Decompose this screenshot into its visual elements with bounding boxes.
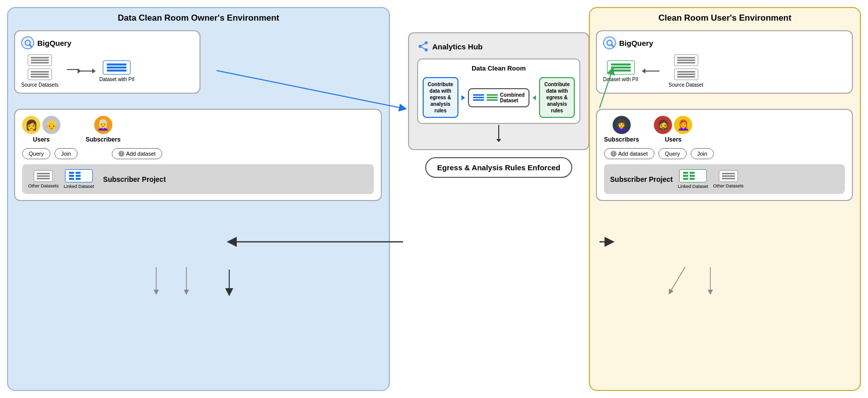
user-users-label: Users <box>665 136 682 143</box>
avatar-user4: 👩‍🦰 <box>674 116 692 134</box>
owner-env-title: Data Clean Room Owner's Environment <box>8 13 389 23</box>
owner-users-label: Users <box>33 136 49 143</box>
owner-users-group: 👩 👴 Users <box>22 116 60 143</box>
svg-line-9 <box>420 46 426 50</box>
owner-subscribers-group: 👩‍🦳 Subscribers <box>86 116 120 143</box>
owner-subscribers-label: Subscribers <box>86 136 120 143</box>
user-subscriber-project: Subscriber Project <box>604 164 845 194</box>
owner-bq-title: BigQuery <box>37 39 72 47</box>
user-pii-dataset: Dataset with PII <box>603 60 638 82</box>
avatar-user3: 🧔 <box>654 116 672 134</box>
user-bq-box: BigQuery Dataset with PII <box>596 30 853 94</box>
user-add-dataset-icon <box>611 151 617 157</box>
combined-dataset-box: Combined Dataset <box>468 88 530 107</box>
subscriber-project-label: Subscriber Project <box>103 175 166 183</box>
owner-pii-label: Dataset with PII <box>99 77 135 82</box>
user-add-dataset-btn[interactable]: Add dataset <box>604 148 654 159</box>
analytics-hub-section: Analytics Hub Data Clean Room Contribute… <box>398 7 599 391</box>
avatar-subscriber1: 👩‍🦳 <box>94 116 112 134</box>
user-lower-box: 👩‍🦱 Subscribers 🧔 👩‍🦰 Users <box>596 109 853 201</box>
user-environment: Clean Room User's Environment BigQuery <box>589 7 861 391</box>
egress-banner: Egress & Analysis Rules Enforced <box>425 157 573 178</box>
user-bq-title: BigQuery <box>619 39 653 47</box>
owner-subscriber-project: Other Datasets <box>22 164 374 194</box>
analytics-hub-box: Analytics Hub Data Clean Room Contribute… <box>408 32 589 150</box>
hub-down-arrow <box>417 125 580 142</box>
user-subscribers-group: 👩‍🦱 Subscribers <box>604 116 639 143</box>
owner-source-datasets: Source Datasets <box>21 54 58 88</box>
owner-source-label: Source Datasets <box>21 82 58 88</box>
owner-add-dataset-btn[interactable]: Add dataset <box>112 148 162 159</box>
user-linked-dataset-label: Linked Dataset <box>678 184 708 189</box>
avatar-subscriber2: 👩‍🦱 <box>613 116 631 134</box>
user-bq-icon <box>603 36 616 49</box>
user-source-label: Source Dataset <box>669 82 703 88</box>
svg-line-8 <box>420 43 426 46</box>
user-env-title: Clean Room User's Environment <box>590 13 860 23</box>
dcr-inner-flow: Contribute data with egress & analysis r… <box>424 77 573 118</box>
linked-dataset-label: Linked Dataset <box>64 184 94 189</box>
owner-bq-icon <box>21 36 34 49</box>
user-users-group: 🧔 👩‍🦰 Users <box>654 116 692 143</box>
owner-query-btn[interactable]: Query <box>22 148 50 159</box>
user-subscriber-project-label: Subscriber Project <box>610 175 673 183</box>
analytics-hub-icon <box>417 40 429 52</box>
hub-title-text: Analytics Hub <box>432 42 483 51</box>
user-pii-label: Dataset with PII <box>603 77 638 82</box>
page-container: Data Clean Room Owner's Environment BigQ… <box>0 0 868 398</box>
user-source-datasets: Source Dataset <box>669 54 703 88</box>
arrow-blue <box>461 95 465 100</box>
user-query-btn[interactable]: Query <box>658 148 687 159</box>
hub-title-row: Analytics Hub <box>417 40 580 52</box>
user-join-btn[interactable]: Join <box>691 148 714 159</box>
dcr-title: Data Clean Room <box>424 64 573 72</box>
contribute-green-btn[interactable]: Contribute data with egress & analysis r… <box>539 77 575 118</box>
add-dataset-icon <box>118 151 124 157</box>
owner-bq-box: BigQuery <box>14 30 201 94</box>
arrow-green <box>532 95 536 100</box>
user-other-datasets-label: Other Datasets <box>713 183 744 188</box>
owner-environment: Data Clean Room Owner's Environment BigQ… <box>7 7 390 391</box>
user-subscribers-label: Subscribers <box>604 136 639 143</box>
dcr-box: Data Clean Room Contribute data with egr… <box>417 58 580 124</box>
avatar-user1: 👩 <box>22 116 40 134</box>
contribute-blue-btn[interactable]: Contribute data with egress & analysis r… <box>423 77 458 118</box>
owner-join-btn[interactable]: Join <box>54 148 78 159</box>
other-datasets-label: Other Datasets <box>28 183 59 188</box>
owner-lower-box: 👩 👴 Users 👩‍🦳 Subscribers Query <box>14 109 382 201</box>
owner-pii-dataset: Dataset with PII <box>99 60 135 82</box>
avatar-user2: 👴 <box>42 116 60 134</box>
